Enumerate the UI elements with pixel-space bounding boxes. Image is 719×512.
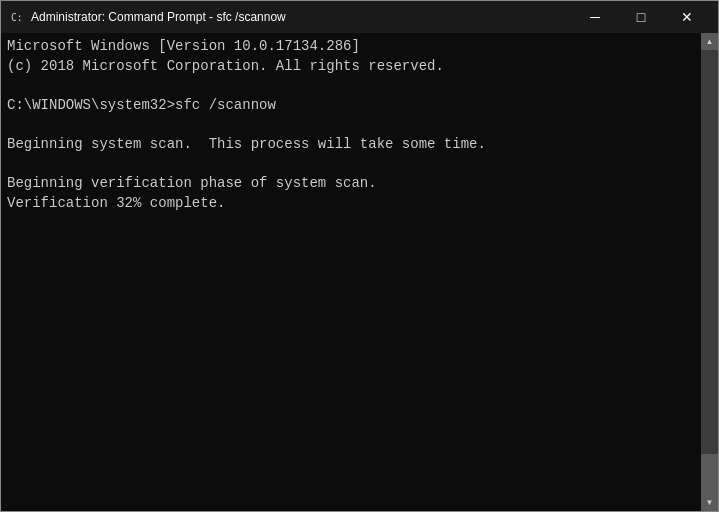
window-title: Administrator: Command Prompt - sfc /sca… xyxy=(31,10,572,24)
cmd-icon: C: xyxy=(9,9,25,25)
scroll-down-button[interactable]: ▼ xyxy=(701,494,718,511)
maximize-button[interactable]: □ xyxy=(618,1,664,33)
cmd-window: C: Administrator: Command Prompt - sfc /… xyxy=(0,0,719,512)
window-controls: ─ □ ✕ xyxy=(572,1,710,33)
scrollbar-track xyxy=(701,50,718,494)
svg-text:C:: C: xyxy=(11,12,23,23)
minimize-button[interactable]: ─ xyxy=(572,1,618,33)
terminal-body: Microsoft Windows [Version 10.0.17134.28… xyxy=(1,33,718,511)
scroll-up-button[interactable]: ▲ xyxy=(701,33,718,50)
scrollbar-thumb[interactable] xyxy=(701,454,718,494)
title-bar: C: Administrator: Command Prompt - sfc /… xyxy=(1,1,718,33)
close-button[interactable]: ✕ xyxy=(664,1,710,33)
scrollbar: ▲ ▼ xyxy=(701,33,718,511)
terminal-output[interactable]: Microsoft Windows [Version 10.0.17134.28… xyxy=(1,33,701,511)
